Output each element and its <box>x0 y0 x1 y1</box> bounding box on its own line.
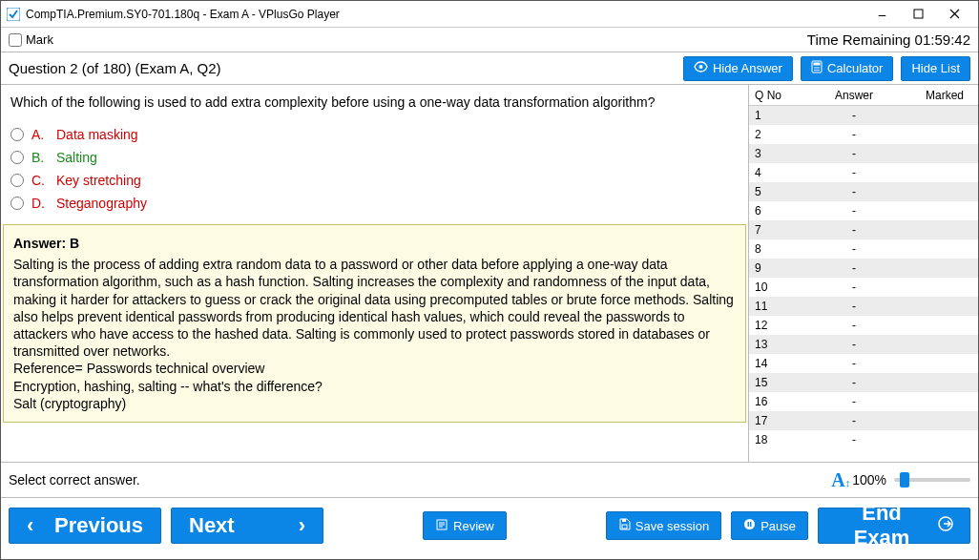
svg-point-14 <box>744 519 755 529</box>
hide-list-button[interactable]: Hide List <box>901 56 970 81</box>
pause-icon <box>743 518 756 533</box>
chevron-right-icon: › <box>299 513 305 538</box>
mark-bar: Mark Time Remaining 01:59:42 <box>1 28 978 52</box>
list-cell-answer: - <box>797 242 911 256</box>
svg-point-6 <box>816 67 818 69</box>
review-button[interactable]: Review <box>423 511 507 540</box>
list-cell-answer: - <box>797 357 911 370</box>
zoom-slider-thumb[interactable] <box>900 472 909 487</box>
end-exam-button[interactable]: End Exam <box>818 508 970 544</box>
list-cell-qno: 7 <box>749 223 797 237</box>
choice-letter: C. <box>31 173 49 188</box>
svg-point-2 <box>698 65 702 69</box>
list-row[interactable]: 15- <box>749 373 978 392</box>
list-row[interactable]: 4- <box>749 163 978 182</box>
zoom-slider[interactable] <box>894 478 970 482</box>
choice-row[interactable]: B.Salting <box>10 146 739 169</box>
answer-box: Answer: B Salting is the process of addi… <box>3 224 746 423</box>
window-title: CompTIA.Premium.SY0-701.180q - Exam A - … <box>26 8 864 21</box>
svg-rect-13 <box>622 525 627 529</box>
list-cell-answer: - <box>797 433 911 446</box>
answer-header: Answer: B <box>13 235 736 252</box>
choice-letter: B. <box>31 150 49 165</box>
exit-icon <box>937 513 954 538</box>
window-maximize-button[interactable] <box>900 3 936 26</box>
hide-answer-button[interactable]: Hide Answer <box>683 56 793 81</box>
question-text: Which of the following is used to add ex… <box>1 85 748 123</box>
choice-row[interactable]: A.Data masking <box>10 123 739 146</box>
title-bar: CompTIA.Premium.SY0-701.180q - Exam A - … <box>1 1 978 28</box>
svg-rect-4 <box>813 63 820 66</box>
list-cell-answer: - <box>797 109 911 122</box>
list-cell-answer: - <box>797 414 911 427</box>
list-cell-qno: 14 <box>749 357 797 370</box>
choice-letter: A. <box>31 127 49 142</box>
choice-text: Salting <box>56 150 97 165</box>
list-row[interactable]: 5- <box>749 182 978 201</box>
list-cell-qno: 3 <box>749 147 797 160</box>
mark-checkbox-label[interactable]: Mark <box>9 32 53 47</box>
answer-explanation: Salting is the process of adding extra r… <box>13 256 736 360</box>
calculator-icon <box>811 60 823 76</box>
list-cell-qno: 9 <box>749 261 797 275</box>
list-header-answer: Answer <box>797 89 911 102</box>
previous-button[interactable]: ‹ Previous <box>9 508 161 544</box>
list-cell-qno: 2 <box>749 128 797 141</box>
list-row[interactable]: 2- <box>749 125 978 144</box>
list-row[interactable]: 11- <box>749 297 978 316</box>
list-row[interactable]: 7- <box>749 220 978 239</box>
list-row[interactable]: 10- <box>749 278 978 297</box>
question-toolbar: Question 2 (of 180) (Exam A, Q2) Hide An… <box>1 52 978 85</box>
time-remaining: Time Remaining 01:59:42 <box>807 31 970 48</box>
choice-radio[interactable] <box>10 174 24 187</box>
list-row[interactable]: 16- <box>749 392 978 411</box>
next-button[interactable]: Next › <box>171 508 323 544</box>
question-list-pane: Q No Answer Marked 1-2-3-4-5-6-7-8-9-10-… <box>749 85 978 462</box>
calculator-button[interactable]: Calculator <box>801 56 894 81</box>
list-cell-qno: 12 <box>749 319 797 332</box>
list-cell-qno: 8 <box>749 242 797 256</box>
list-row[interactable]: 17- <box>749 411 978 430</box>
list-row[interactable]: 12- <box>749 316 978 335</box>
list-cell-answer: - <box>797 185 911 198</box>
list-header: Q No Answer Marked <box>749 85 978 106</box>
pause-button[interactable]: Pause <box>731 511 808 540</box>
choice-text: Key stretching <box>56 173 141 188</box>
list-cell-qno: 17 <box>749 414 797 427</box>
window-minimize-button[interactable]: ‒ <box>864 3 900 26</box>
choice-radio[interactable] <box>10 128 24 141</box>
list-row[interactable]: 3- <box>749 144 978 163</box>
status-message: Select correct answer. <box>9 472 140 487</box>
list-cell-qno: 4 <box>749 166 797 179</box>
list-row[interactable]: 13- <box>749 335 978 354</box>
list-cell-qno: 6 <box>749 204 797 218</box>
list-row[interactable]: 1- <box>749 106 978 125</box>
list-cell-qno: 1 <box>749 109 797 122</box>
list-cell-answer: - <box>797 338 911 351</box>
list-cell-qno: 10 <box>749 280 797 294</box>
list-row[interactable]: 9- <box>749 259 978 278</box>
list-row[interactable]: 8- <box>749 239 978 259</box>
svg-rect-16 <box>750 522 752 527</box>
list-cell-qno: 16 <box>749 395 797 408</box>
question-pane: Which of the following is used to add ex… <box>1 85 749 462</box>
choice-row[interactable]: D.Steganography <box>10 192 739 215</box>
choice-radio[interactable] <box>10 151 24 164</box>
list-cell-answer: - <box>797 261 911 275</box>
choice-row[interactable]: C.Key stretching <box>10 169 739 192</box>
list-cell-qno: 18 <box>749 433 797 446</box>
choice-radio[interactable] <box>10 197 24 210</box>
list-row[interactable]: 6- <box>749 201 978 220</box>
zoom-icon[interactable]: A↕ <box>831 469 850 491</box>
list-body[interactable]: 1-2-3-4-5-6-7-8-9-10-11-12-13-14-15-16-1… <box>749 106 978 462</box>
mark-label: Mark <box>26 32 53 47</box>
save-session-button[interactable]: Save session <box>606 511 721 540</box>
list-header-marked: Marked <box>911 89 978 102</box>
window-close-button[interactable] <box>936 3 972 26</box>
list-row[interactable]: 18- <box>749 430 978 449</box>
list-row[interactable]: 14- <box>749 354 978 373</box>
content-area: Which of the following is used to add ex… <box>1 85 978 462</box>
mark-checkbox[interactable] <box>9 33 22 47</box>
choice-text: Steganography <box>56 196 147 211</box>
list-cell-answer: - <box>797 300 911 313</box>
